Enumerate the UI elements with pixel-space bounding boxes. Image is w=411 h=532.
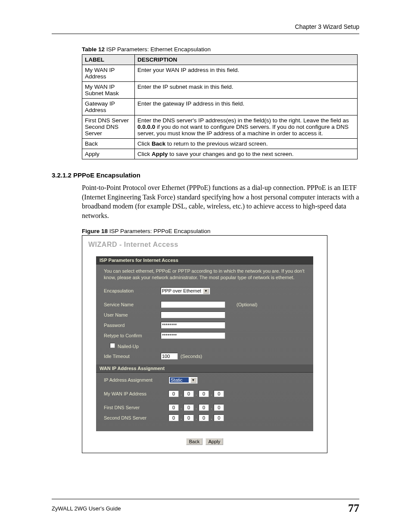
cell-label: Apply xyxy=(82,149,135,159)
apply-button[interactable]: Apply xyxy=(206,438,224,445)
isp-parameters-panel: ISP Parameters for Internet Access You c… xyxy=(96,256,313,431)
section-heading: 3.2.1.2 PPPoE Encapsulation xyxy=(52,171,359,179)
cell-label: My WAN IP Subnet Mask xyxy=(82,82,135,99)
page-number: 77 xyxy=(348,502,359,515)
label-encapsulation: Encapsulation xyxy=(104,288,161,293)
table-row: Back Click Back to return to the previou… xyxy=(82,139,358,149)
intro-text: You can select ethernet, PPPoE or PPTP a… xyxy=(104,268,305,281)
figure-caption-bold: Figure 18 xyxy=(82,228,108,234)
label-first-dns: First DNS Server xyxy=(104,405,168,410)
table-row: My WAN IP Address Enter your WAN IP addr… xyxy=(82,65,358,82)
wizard-screenshot: WIZARD - Internet Access ISP Parameters … xyxy=(82,235,327,453)
table-row: My WAN IP Subnet Mask Enter the IP subne… xyxy=(82,82,358,99)
encapsulation-select[interactable]: PPP over Ethernet ▼ xyxy=(161,287,210,295)
chapter-header: Chapter 3 Wizard Setup xyxy=(52,23,359,34)
first-dns-input[interactable]: 0. 0. 0. 0 xyxy=(168,404,224,411)
ip-assignment-value: Static xyxy=(170,377,189,383)
footer-doc-title: ZyWALL 2WG User's Guide xyxy=(52,505,121,512)
page-footer: ZyWALL 2WG User's Guide 77 xyxy=(52,499,359,515)
service-name-input[interactable] xyxy=(161,301,225,308)
seconds-label: (Seconds) xyxy=(181,354,202,359)
body-text: Point-to-Point Protocol over Ethernet (P… xyxy=(82,183,359,220)
label-service-name: Service Name xyxy=(104,302,161,307)
cell-desc: Enter the gateway IP address in this fie… xyxy=(135,99,358,115)
params-table: LABEL DESCRIPTION My WAN IP Address Ente… xyxy=(82,54,358,159)
label-idle-timeout: Idle Timeout xyxy=(104,354,161,359)
cell-desc: Click Apply to save your changes and go … xyxy=(135,149,358,159)
retype-input[interactable]: ******** xyxy=(161,332,225,339)
back-button[interactable]: Back xyxy=(186,438,202,445)
cell-label: Back xyxy=(82,139,135,149)
label-nailed-up: Nailed-Up xyxy=(104,343,161,349)
idle-timeout-input[interactable]: 100 xyxy=(161,353,178,360)
label-second-dns: Second DNS Server xyxy=(104,415,168,420)
panel-header-isp: ISP Parameters for Internet Access xyxy=(96,256,313,264)
user-name-input[interactable] xyxy=(161,311,225,318)
encapsulation-value: PPP over Ethernet xyxy=(162,288,201,293)
figure-caption-rest: ISP Parameters: PPPoE Encapsulation xyxy=(108,228,210,234)
label-password: Password xyxy=(104,323,161,328)
figure-caption: Figure 18 ISP Parameters: PPPoE Encapsul… xyxy=(82,228,359,234)
th-desc: DESCRIPTION xyxy=(135,55,358,65)
table-row: First DNS Server Second DNS Server Enter… xyxy=(82,115,358,139)
my-wan-ip-input[interactable]: 0. 0. 0. 0 xyxy=(168,390,224,397)
cell-desc: Enter the DNS server's IP address(es) in… xyxy=(135,115,358,139)
cell-desc: Enter the IP subnet mask in this field. xyxy=(135,82,358,99)
wizard-title: WIZARD - Internet Access xyxy=(88,241,321,249)
cell-label: First DNS Server Second DNS Server xyxy=(82,115,135,139)
chevron-down-icon: ▼ xyxy=(203,288,209,294)
label-user-name: User Name xyxy=(104,312,161,317)
th-label: LABEL xyxy=(82,55,135,65)
table-caption-bold: Table 12 xyxy=(82,46,105,53)
cell-label: Gateway IP Address xyxy=(82,99,135,115)
table-caption: Table 12 ISP Parameters: Ethernet Encaps… xyxy=(82,46,359,53)
second-dns-input[interactable]: 0. 0. 0. 0 xyxy=(168,414,224,421)
chevron-down-icon: ▼ xyxy=(190,377,196,383)
cell-desc: Enter your WAN IP address in this field. xyxy=(135,65,358,82)
optional-label: (Optional) xyxy=(237,302,257,307)
cell-label: My WAN IP Address xyxy=(82,65,135,82)
ip-assignment-select[interactable]: Static ▼ xyxy=(168,376,198,384)
table-caption-rest: ISP Parameters: Ethernet Encapsulation xyxy=(105,46,211,53)
label-retype: Retype to Confirm xyxy=(104,333,161,338)
cell-desc: Click Back to return to the previous wiz… xyxy=(135,139,358,149)
table-row: Gateway IP Address Enter the gateway IP … xyxy=(82,99,358,115)
label-ip-assignment: IP Address Assignment xyxy=(104,377,168,383)
password-input[interactable]: ******** xyxy=(161,322,225,329)
nailed-up-checkbox[interactable] xyxy=(110,343,115,348)
panel-header-wan: WAN IP Address Assignment xyxy=(96,364,313,373)
table-row: Apply Click Apply to save your changes a… xyxy=(82,149,358,159)
label-my-wan-ip: My WAN IP Address xyxy=(104,391,168,396)
